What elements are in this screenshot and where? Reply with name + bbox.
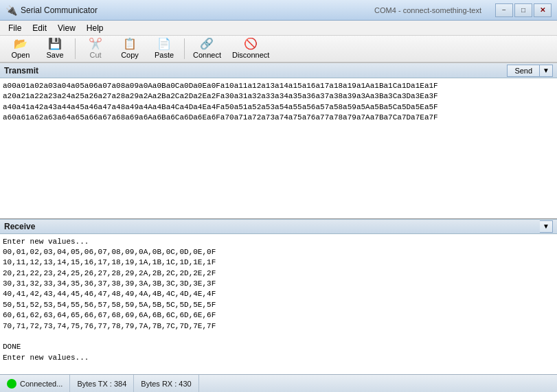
receive-content: Enter new values... 00,01,02,03,04,05,06… <box>0 234 557 375</box>
toolbar-separator-1 <box>75 38 76 59</box>
app-icon: 🔌 <box>5 5 16 16</box>
bytes-tx-text: Bytes TX : 384 <box>77 380 126 388</box>
status-bytes-rx: Bytes TX : 384 <box>70 375 134 392</box>
status-bytes-tx: Bytes RX : 430 <box>134 375 198 392</box>
copy-icon: 📋 <box>123 38 137 49</box>
title-bar: 🔌 Serial Communicator COM4 - connect-som… <box>0 0 557 21</box>
status-bar: Connected... Bytes TX : 384 Bytes RX : 4… <box>0 374 557 392</box>
paste-label: Paste <box>155 51 174 59</box>
connected-text: Connected... <box>20 380 62 388</box>
transmit-section: Transmit Send ▼ <box>0 63 557 219</box>
menu-bar: File Edit View Help <box>0 21 557 36</box>
paste-icon: 📄 <box>157 38 171 49</box>
menu-item-edit[interactable]: Edit <box>27 22 52 34</box>
app-title: Serial Communicator <box>21 5 374 15</box>
transmit-send-controls: Send ▼ <box>507 65 553 77</box>
save-button[interactable]: 💾 Save <box>38 37 71 60</box>
open-icon: 📂 <box>14 38 27 49</box>
copy-label: Copy <box>121 51 139 59</box>
menu-item-file[interactable]: File <box>3 22 27 34</box>
status-extra <box>199 375 557 392</box>
paste-button[interactable]: 📄 Paste <box>148 37 181 60</box>
open-button[interactable]: 📂 Open <box>4 37 37 60</box>
connect-button[interactable]: 🔗 Connect <box>188 37 226 60</box>
transmit-title: Transmit <box>4 66 38 76</box>
disconnect-label: Disconnect <box>232 51 269 59</box>
send-dropdown[interactable]: ▼ <box>540 65 553 77</box>
save-icon: 💾 <box>48 38 62 49</box>
bytes-rx-text: Bytes RX : 430 <box>141 380 191 388</box>
toolbar-separator-2 <box>184 38 185 59</box>
toolbar: 📂 Open 💾 Save ✂️ Cut 📋 Copy 📄 Paste 🔗 Co… <box>0 36 557 63</box>
connect-label: Connect <box>193 51 221 59</box>
send-button[interactable]: Send <box>507 65 540 77</box>
minimize-button[interactable]: − <box>495 3 513 17</box>
transmit-header: Transmit Send ▼ <box>0 63 557 78</box>
cut-label: Cut <box>89 51 101 59</box>
close-button[interactable]: ✕ <box>534 3 552 17</box>
menu-item-help[interactable]: Help <box>81 22 109 34</box>
cut-button[interactable]: ✂️ Cut <box>79 37 112 60</box>
open-label: Open <box>12 51 30 59</box>
copy-button[interactable]: 📋 Copy <box>113 37 146 60</box>
connect-icon: 🔗 <box>200 38 214 49</box>
disconnect-button[interactable]: 🚫 Disconnect <box>227 37 274 60</box>
receive-title: Receive <box>4 222 35 231</box>
receive-header: Receive ▼ <box>0 219 557 234</box>
receive-section: Receive ▼ Enter new values... 00,01,02,0… <box>0 219 557 375</box>
save-label: Save <box>46 51 63 59</box>
title-subtitle: COM4 - connect-something-text <box>374 6 481 14</box>
transmit-textarea[interactable] <box>0 78 557 218</box>
main-content: Transmit Send ▼ Receive ▼ Enter new valu… <box>0 63 557 374</box>
connection-indicator <box>7 379 16 389</box>
disconnect-icon: 🚫 <box>244 38 258 49</box>
menu-item-view[interactable]: View <box>52 22 81 34</box>
maximize-button[interactable]: □ <box>514 3 532 17</box>
window-controls: − □ ✕ <box>495 3 552 17</box>
status-connected: Connected... <box>0 375 70 392</box>
cut-icon: ✂️ <box>89 38 102 49</box>
receive-dropdown[interactable]: ▼ <box>540 220 553 233</box>
